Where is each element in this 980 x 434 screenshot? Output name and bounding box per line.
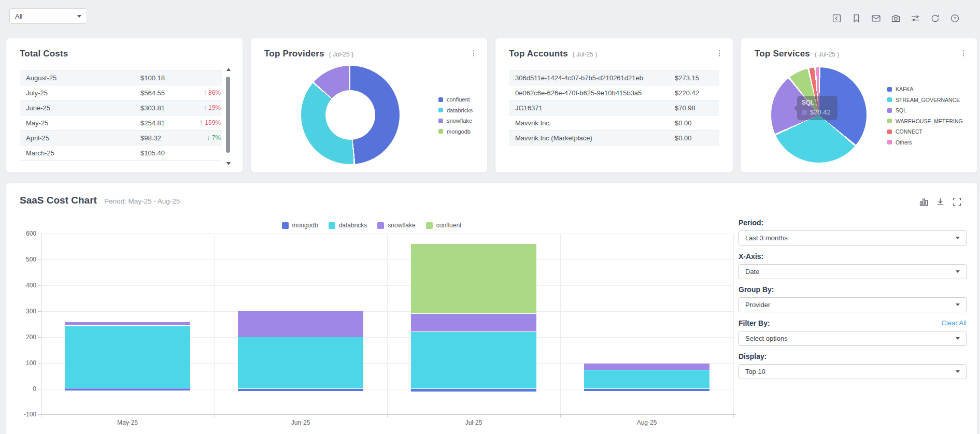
scrollbar-thumb[interactable] — [226, 77, 230, 153]
donut-hole — [325, 90, 375, 140]
chart-type-icon[interactable] — [919, 197, 928, 206]
legend-item[interactable]: databricks — [329, 220, 367, 231]
y-axis-line — [41, 234, 41, 414]
bar-segment-databricks[interactable] — [411, 332, 536, 389]
legend-item[interactable]: confluent — [426, 220, 462, 231]
change-cell: ↑ 86% — [204, 89, 221, 96]
bar-segment-mongodb[interactable] — [238, 389, 363, 391]
account-cell: 306d511e-1424-4c07-b7b5-d210261d21eb — [515, 74, 643, 82]
bar-segment-databricks[interactable] — [238, 337, 363, 388]
table-row: July-25$564.55↑ 86% — [20, 85, 222, 100]
legend-item[interactable]: snowflake — [377, 220, 415, 231]
legend-swatch — [887, 140, 892, 144]
filter-by-select[interactable]: Select options — [738, 331, 967, 346]
chevron-down-icon — [956, 237, 960, 239]
filter-by-select-value: Select options — [745, 335, 956, 342]
providers-legend: confluentdatabrickssnowflakemongodb — [438, 94, 473, 137]
legend-item[interactable]: STREAM_GOVERNANCE — [887, 95, 963, 106]
bar-segment-snowflake[interactable] — [584, 364, 709, 370]
legend-swatch — [282, 222, 289, 229]
scroll-down-icon[interactable] — [226, 162, 231, 165]
gridline — [214, 234, 215, 414]
bar-segment-snowflake[interactable] — [238, 311, 363, 337]
scrollbar[interactable] — [226, 68, 231, 165]
scroll-up-icon[interactable] — [226, 68, 231, 71]
y-axis-label: 100 — [6, 359, 36, 367]
legend-swatch — [887, 119, 892, 123]
table-row: JG16371$70.98 — [509, 100, 719, 115]
legend-label: STREAM_GOVERNANCE — [896, 97, 960, 103]
period-select[interactable]: Last 3 months — [738, 230, 967, 245]
fullscreen-icon[interactable] — [953, 197, 961, 206]
help-icon[interactable]: ? — [950, 14, 959, 23]
group-by-select[interactable]: Provider — [738, 297, 967, 312]
amount-cell: $220.42 — [675, 89, 699, 97]
legend-item[interactable]: mongodb — [438, 126, 473, 137]
download-icon[interactable] — [936, 197, 945, 206]
bar-segment-mongodb[interactable] — [411, 389, 536, 391]
legend-item[interactable]: mongodb — [282, 220, 318, 231]
table-row: March-25$105.40 — [20, 146, 222, 161]
services-pie-chart[interactable] — [771, 67, 867, 163]
top-services-title: Top Services — [755, 49, 810, 59]
table-row: 306d511e-1424-4c07-b7b5-d210261d21eb$273… — [509, 70, 719, 85]
sliders-icon[interactable] — [911, 14, 920, 23]
bar-segment-mongodb[interactable] — [584, 389, 709, 391]
legend-item[interactable]: confluent — [438, 94, 473, 105]
more-menu-icon[interactable] — [470, 49, 478, 57]
month-cell: April-25 — [26, 134, 49, 142]
legend-item[interactable]: WAREHOUSE_METERING — [887, 116, 963, 127]
legend-swatch — [438, 129, 443, 134]
change-cell: ↑ 159% — [200, 119, 221, 126]
chevron-down-icon — [956, 370, 960, 373]
legend-item[interactable]: CONNECT — [887, 126, 963, 137]
table-row: Mavvrik Inc (Marketplace)$0.00 — [509, 131, 719, 146]
camera-icon[interactable] — [891, 14, 900, 23]
scope-select[interactable]: All — [9, 8, 87, 24]
account-cell: JG16371 — [515, 104, 543, 112]
legend-swatch — [887, 97, 892, 102]
bar-segment-snowflake[interactable] — [65, 322, 190, 325]
y-axis-label: 500 — [6, 256, 36, 263]
legend-item[interactable]: Others — [887, 137, 963, 148]
y-axis-label: -100 — [6, 411, 36, 418]
providers-donut-chart[interactable] — [301, 66, 400, 164]
mail-icon[interactable] — [872, 14, 880, 23]
group-by-label: Group By: — [738, 285, 967, 294]
legend-item[interactable]: snowflake — [438, 115, 473, 126]
month-cell: August-25 — [26, 74, 56, 82]
display-select[interactable]: Top 10 — [738, 364, 967, 379]
more-menu-icon[interactable] — [715, 49, 723, 57]
scope-select-value: All — [15, 12, 77, 20]
legend-item[interactable]: databricks — [438, 105, 473, 116]
x-axis-select[interactable]: Date — [738, 264, 967, 279]
filter-by-label: Filter By: — [738, 319, 942, 327]
display-label: Display: — [738, 352, 967, 360]
export-icon[interactable] — [832, 14, 841, 23]
bar-segment-databricks[interactable] — [65, 326, 190, 388]
chevron-down-icon — [77, 15, 81, 18]
gridline — [733, 234, 734, 414]
amount-cell: $70.98 — [675, 104, 695, 112]
x-axis-label: Jun-25 — [214, 419, 387, 426]
clear-all-link[interactable]: Clear All — [942, 319, 967, 327]
total-costs-title: Total Costs — [20, 49, 68, 59]
svg-text:?: ? — [954, 16, 956, 21]
bar-segment-snowflake[interactable] — [411, 314, 536, 331]
more-menu-icon[interactable] — [959, 49, 968, 57]
account-cell: Mavvrik Inc (Marketplace) — [515, 134, 592, 142]
table-row: 0e062c6e-626e-470f-b625-9e10b415b3a5$220… — [509, 85, 719, 100]
y-axis-label: 300 — [6, 308, 36, 315]
bar-segment-mongodb[interactable] — [65, 388, 190, 390]
bar-segment-confluent[interactable] — [411, 244, 536, 314]
table-row: August-25$100.18 — [20, 70, 222, 85]
legend-item[interactable]: SQL — [887, 105, 963, 116]
bookmark-icon[interactable] — [852, 14, 861, 23]
top-providers-title: Top Providers — [264, 49, 324, 59]
refresh-icon[interactable] — [931, 14, 940, 23]
saas-chart-toolbar — [919, 197, 961, 206]
legend-item[interactable]: KAFKA — [887, 84, 963, 95]
topbar-icons: ? — [832, 14, 959, 23]
bar-segment-databricks[interactable] — [584, 370, 709, 389]
amount-cell: $303.81 — [140, 104, 165, 112]
